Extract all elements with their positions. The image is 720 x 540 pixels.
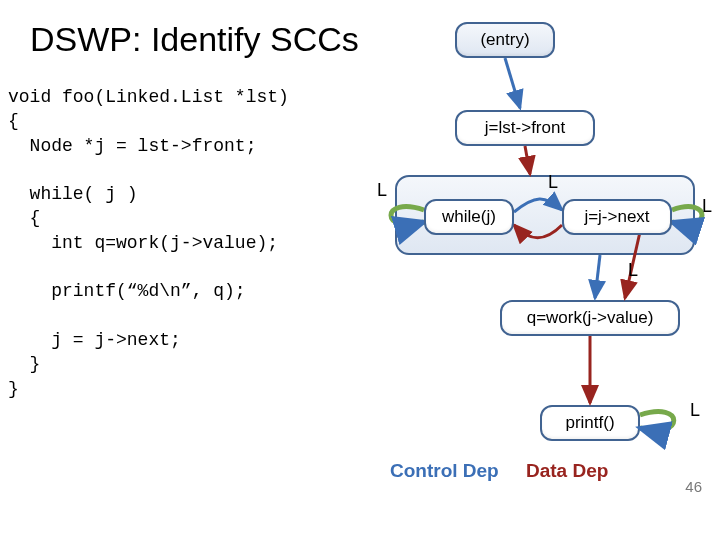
slide-number: 46 — [685, 478, 702, 495]
node-jnext: j=j->next — [562, 199, 672, 235]
edge-label-printf-self: L — [690, 400, 700, 421]
legend-control: Control Dep — [390, 460, 499, 481]
legend: Control Dep Data Dep — [390, 460, 608, 482]
edge-label-while-jnext: L — [548, 172, 558, 193]
node-printf: printf() — [540, 405, 640, 441]
svg-line-2 — [595, 255, 600, 298]
edge-label-self-while: L — [377, 180, 387, 201]
code-block: void foo(Linked.List *lst) { Node *j = l… — [8, 85, 289, 401]
legend-data: Data Dep — [526, 460, 608, 481]
edge-label-scc-qwork: L — [628, 260, 638, 281]
node-whilej: while(j) — [424, 199, 514, 235]
edge-label-jnext-self: L — [702, 196, 712, 217]
node-entry: (entry) — [455, 22, 555, 58]
node-qwork: q=work(j->value) — [500, 300, 680, 336]
svg-line-1 — [525, 146, 530, 174]
svg-line-0 — [505, 58, 520, 108]
node-jfront: j=lst->front — [455, 110, 595, 146]
slide-title: DSWP: Identify SCCs — [30, 20, 359, 59]
